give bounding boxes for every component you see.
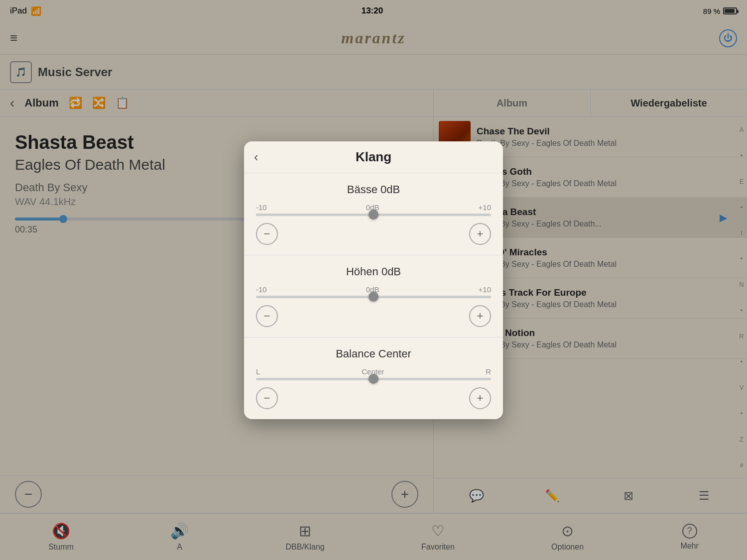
balance-minus-button[interactable]: − [256,387,278,409]
hoehen-max-label: +10 [479,285,491,294]
modal-overlay: ‹ Klang Bässe 0dB -10 0dB +10 − + [0,0,747,560]
klang-header: ‹ Klang [244,141,503,173]
klang-title: Klang [356,149,391,165]
balance-section: Balance Center L Center R − + [244,337,503,419]
hoehen-slider-container: -10 0dB +10 [256,285,491,298]
balance-slider-thumb[interactable] [369,374,378,384]
balance-title: Balance Center [256,347,491,360]
balance-controls: − + [256,387,491,409]
basse-title: Bässe 0dB [256,183,491,196]
balance-slider-track[interactable] [256,378,491,380]
hoehen-min-label: -10 [256,285,267,294]
klang-modal: ‹ Klang Bässe 0dB -10 0dB +10 − + [244,141,503,419]
balance-slider-container: L Center R [256,367,491,380]
basse-slider-container: -10 0dB +10 [256,203,491,216]
hoehen-slider-track[interactable] [256,296,491,298]
basse-plus-button[interactable]: + [469,223,491,245]
basse-slider-thumb[interactable] [369,210,378,220]
basse-section: Bässe 0dB -10 0dB +10 − + [244,173,503,255]
basse-min-label: -10 [256,203,267,212]
hoehen-section: Höhen 0dB -10 0dB +10 − + [244,255,503,337]
hoehen-controls: − + [256,305,491,327]
hoehen-minus-button[interactable]: − [256,305,278,327]
hoehen-plus-button[interactable]: + [469,305,491,327]
balance-plus-button[interactable]: + [469,387,491,409]
balance-max-label: R [486,367,491,376]
balance-min-label: L [256,367,260,376]
basse-controls: − + [256,223,491,245]
klang-back-button[interactable]: ‹ [254,149,258,165]
basse-max-label: +10 [479,203,491,212]
basse-slider-track[interactable] [256,214,491,216]
hoehen-title: Höhen 0dB [256,265,491,278]
hoehen-slider-thumb[interactable] [369,292,378,302]
basse-minus-button[interactable]: − [256,223,278,245]
